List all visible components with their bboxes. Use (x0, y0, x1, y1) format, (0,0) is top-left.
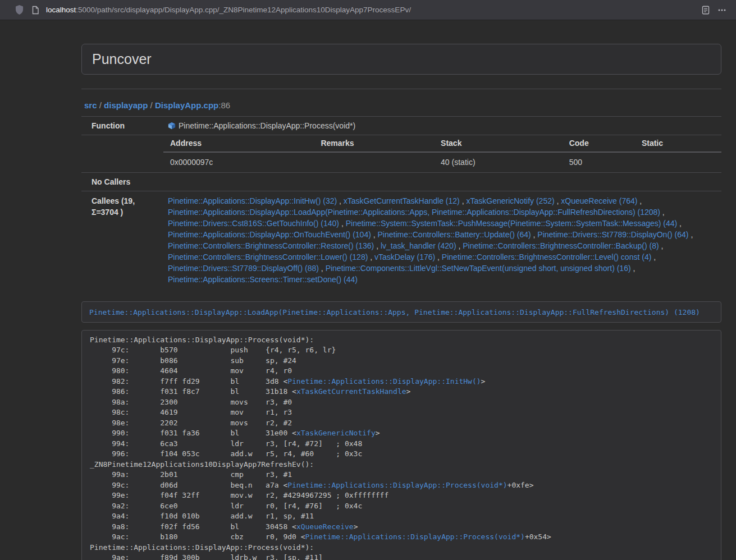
breadcrumb-separator: / (97, 100, 104, 110)
breadcrumb-separator: / (148, 100, 155, 110)
metrics-table: Address Remarks Stack Code Static 0x0000… (163, 135, 721, 172)
static-value (635, 152, 721, 172)
col-remarks: Remarks (314, 135, 434, 152)
callee-link[interactable]: Pinetime::Controllers::BrightnessControl… (168, 253, 368, 261)
function-name: Pinetime::Applications::DisplayApp::Proc… (179, 120, 355, 131)
callee-link[interactable]: Pinetime::Components::LittleVgl::SetNewT… (326, 264, 631, 273)
more-menu-icon-glyph (717, 6, 726, 15)
callees-row: Callees (19, Σ=3704 ) Pinetime::Applicat… (81, 191, 721, 289)
asm-symbol-link[interactable]: xTaskGetCurrentTaskHandle (296, 387, 406, 396)
page-icon-glyph (31, 6, 39, 15)
callee-link[interactable]: Pinetime::System::SystemTask::PushMessag… (346, 219, 678, 228)
breadcrumb-line-number: :86 (218, 100, 230, 110)
breadcrumb: src / displayapp / DisplayApp.cpp:86 (81, 100, 721, 111)
address-value: 0x0000097c (163, 152, 314, 172)
code-value: 500 (563, 152, 635, 172)
callee-link[interactable]: xTaskGenericNotify (252) (466, 196, 554, 205)
page-title: Puncover (92, 51, 711, 67)
col-static: Static (635, 135, 721, 152)
callee-link[interactable]: Pinetime::Controllers::BrightnessControl… (463, 241, 659, 250)
breadcrumb-link[interactable]: DisplayApp.cpp (155, 100, 218, 110)
url-bar[interactable]: localhost:5000/path/src/displayapp/Displ… (46, 6, 698, 14)
page-title-box: Puncover (81, 44, 721, 75)
divider (81, 89, 721, 89)
col-stack: Stack (434, 135, 563, 152)
page-content: Puncover src / displayapp / DisplayApp.c… (0, 20, 736, 560)
asm-symbol-link[interactable]: xTaskGenericNotify (296, 429, 376, 437)
callee-link[interactable]: lv_task_handler (420) (381, 241, 456, 250)
disassembly-block: Pinetime::Applications::DisplayApp::Proc… (81, 330, 721, 560)
callee-link[interactable]: vTaskDelay (176) (374, 253, 435, 261)
function-row-label: Function (81, 116, 163, 135)
no-callers-row: No Callers (81, 172, 721, 191)
asm-symbol-link[interactable]: Pinetime::Applications::DisplayApp::Proc… (287, 481, 507, 489)
shield-icon[interactable] (11, 4, 28, 16)
url-path: :5000/path/src/displayapp/DisplayApp.cpp… (76, 6, 411, 14)
callee-link[interactable]: Pinetime::Applications::Screens::Timer::… (168, 275, 358, 284)
method-icon (168, 122, 176, 130)
symbol-link[interactable]: Pinetime::Applications::DisplayApp::Load… (89, 308, 700, 316)
callee-link[interactable]: xQueueReceive (764) (561, 196, 637, 205)
asm-symbol-link[interactable]: xQueueReceive (296, 522, 354, 531)
function-row: Function Pinetime::Applications::Display… (81, 116, 721, 135)
browser-chrome: localhost:5000/path/src/displayapp/Displ… (0, 0, 736, 20)
metrics-header-row: Address Remarks Stack Code Static (163, 135, 721, 152)
callee-link[interactable]: Pinetime::Controllers::BrightnessControl… (442, 253, 651, 261)
callee-link[interactable]: Pinetime::Applications::DisplayApp::Init… (168, 196, 337, 205)
callee-link[interactable]: Pinetime::Applications::DisplayApp::Load… (168, 208, 660, 217)
callee-link[interactable]: Pinetime::Drivers::Cst816S::GetTouchInfo… (168, 219, 339, 228)
callee-link[interactable]: Pinetime::Drivers::St7789::DisplayOff() … (168, 264, 319, 273)
page-icon[interactable] (28, 4, 43, 16)
breadcrumb-link[interactable]: displayapp (104, 100, 148, 110)
asm-symbol-link[interactable]: Pinetime::Applications::DisplayApp::Proc… (305, 533, 525, 541)
function-table: Function Pinetime::Applications::Display… (81, 116, 721, 289)
reader-view-icon[interactable] (698, 4, 714, 16)
callee-link[interactable]: Pinetime::Controllers::BrightnessControl… (168, 241, 374, 250)
callee-link[interactable]: xTaskGetCurrentTaskHandle (12) (344, 196, 460, 205)
breadcrumb-link[interactable]: src (84, 100, 97, 110)
callee-link[interactable]: Pinetime::Drivers::St7789::DisplayOn() (… (537, 230, 688, 239)
asm-symbol-link[interactable]: Pinetime::Applications::DisplayApp::Init… (287, 377, 481, 385)
callees-label: Callees (19, Σ=3704 ) (81, 191, 163, 289)
callee-link[interactable]: Pinetime::Controllers::Battery::Update()… (378, 230, 531, 239)
more-menu-icon[interactable] (714, 4, 730, 16)
col-code: Code (563, 135, 635, 152)
remarks-value (314, 152, 434, 172)
stack-value: 40 (static) (434, 152, 563, 172)
symbol-panel-heading: Pinetime::Applications::DisplayApp::Load… (81, 301, 721, 323)
url-host: localhost (46, 6, 76, 14)
reader-view-icon-glyph (702, 6, 710, 15)
metrics-row: Address Remarks Stack Code Static 0x0000… (81, 135, 721, 172)
col-address: Address (163, 135, 314, 152)
callee-link[interactable]: Pinetime::Applications::DisplayApp::OnTo… (168, 230, 371, 239)
callees-list: Pinetime::Applications::DisplayApp::Init… (163, 191, 721, 289)
shield-icon-glyph (15, 5, 24, 15)
metrics-value-row: 0x0000097c 40 (static) 500 (163, 152, 721, 172)
no-callers-label: No Callers (81, 172, 163, 191)
